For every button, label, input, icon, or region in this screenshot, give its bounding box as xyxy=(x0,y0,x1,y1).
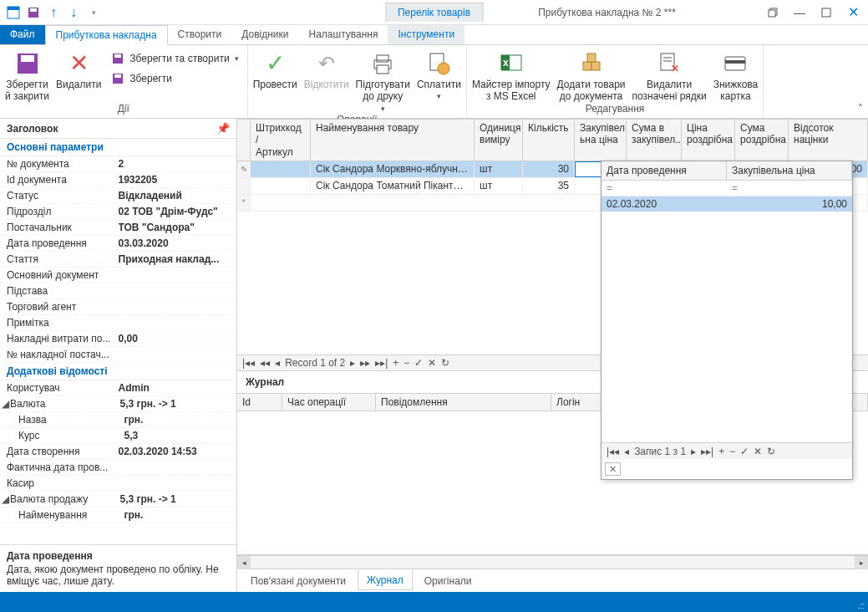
ribbon-collapse-icon[interactable]: ˄ xyxy=(858,103,863,115)
save-close-button[interactable]: Зберегти й закрити xyxy=(5,47,49,103)
nav-refresh-icon[interactable]: ↻ xyxy=(441,357,449,369)
tab-tools[interactable]: Інструменти xyxy=(388,25,464,44)
nav-next-icon[interactable]: ▸ xyxy=(350,357,355,369)
nav-first-icon[interactable]: |◂◂ xyxy=(607,446,619,457)
nav-refresh-icon[interactable]: ↻ xyxy=(767,446,775,457)
nav-next-page-icon[interactable]: ▸▸ xyxy=(360,357,370,369)
col-barcode[interactable]: Штрихкод / Артикул xyxy=(251,120,311,161)
prop-value[interactable]: 0,00 xyxy=(119,333,231,344)
prop-value[interactable] xyxy=(119,349,231,360)
chevron-down-icon[interactable]: ▾ xyxy=(235,54,239,63)
maximize-icon[interactable] xyxy=(815,4,838,21)
prop-value[interactable]: Admin xyxy=(119,382,231,394)
expand-icon[interactable]: ◢ xyxy=(2,398,10,410)
nav-prev-page-icon[interactable]: ◂◂ xyxy=(260,357,270,369)
prop-value[interactable]: 02 ТОВ "Дрім-Фудс" xyxy=(119,206,231,217)
cell-name[interactable]: Сік Сандора Морквяно-яблучний... xyxy=(311,161,475,177)
prop-value[interactable]: 5,3 xyxy=(124,430,231,441)
prop-value[interactable]: 5,3 грн. -> 1 xyxy=(120,493,231,505)
tab-file[interactable]: Файл xyxy=(0,25,45,44)
prop-value[interactable] xyxy=(119,285,231,297)
scroll-right-icon[interactable]: ▸ xyxy=(855,556,868,569)
qat-dropdown-icon[interactable]: ▾ xyxy=(87,6,100,19)
nav-ok-icon[interactable]: ✓ xyxy=(414,357,423,369)
window-restore-icon[interactable] xyxy=(761,4,784,21)
nav-cancel-icon[interactable]: ✕ xyxy=(428,357,436,369)
col-retail-sum[interactable]: Сума роздрібна xyxy=(735,120,789,161)
col-name[interactable]: Найменування товару xyxy=(311,120,475,161)
col-buy-price[interactable]: Закупівел ьна ціна xyxy=(575,120,627,161)
prepare-print-button[interactable]: Підготувати до друку ▾ xyxy=(356,47,410,114)
nav-add-icon[interactable]: + xyxy=(393,357,398,369)
prop-value[interactable]: грн. xyxy=(124,414,231,426)
chevron-down-icon[interactable]: ▾ xyxy=(381,105,385,114)
cell-unit[interactable]: шт xyxy=(475,178,523,194)
expand-icon[interactable]: ◢ xyxy=(2,493,10,505)
nav-cancel-icon[interactable]: ✕ xyxy=(754,446,762,457)
tab-dictionaries[interactable]: Довідники xyxy=(231,25,298,44)
prop-value[interactable] xyxy=(119,317,231,329)
tab-settings[interactable]: Налаштування xyxy=(299,25,388,44)
prop-value[interactable] xyxy=(119,477,231,489)
col-id[interactable]: Id xyxy=(237,394,282,411)
col-buy-sum[interactable]: Сума в закупівел... xyxy=(627,120,682,161)
popup-filter-price[interactable]: = xyxy=(727,181,852,196)
cell-name[interactable]: Сік Сандора Томатний Пікантний... xyxy=(311,178,475,194)
prop-value[interactable]: грн. xyxy=(124,509,231,521)
col-unit[interactable]: Одиниця виміру xyxy=(475,120,523,161)
nav-prev-icon[interactable]: ◂ xyxy=(624,446,629,457)
import-excel-button[interactable]: x Майстер імпорту з MS Excel xyxy=(472,47,551,103)
nav-ok-icon[interactable]: ✓ xyxy=(740,446,749,457)
col-msg[interactable]: Повідомлення xyxy=(376,394,551,411)
prop-value[interactable] xyxy=(119,462,231,473)
prop-value[interactable]: Приходная наклад... xyxy=(119,253,231,265)
add-goods-button[interactable]: Додати товари до документа xyxy=(557,47,626,103)
nav-remove-icon[interactable]: − xyxy=(404,357,409,369)
section-main-params[interactable]: Основні параметри xyxy=(0,139,236,156)
prop-value[interactable]: 02.03.2020 14:53 xyxy=(119,446,231,457)
nav-last-icon[interactable]: ▸▸| xyxy=(701,446,713,457)
save-button[interactable]: Зберегти xyxy=(108,70,241,87)
popup-col-price[interactable]: Закупівельна ціна xyxy=(727,161,852,180)
save-icon[interactable] xyxy=(27,6,40,19)
discount-card-button[interactable]: Знижкова картка xyxy=(713,47,759,103)
col-qty[interactable]: Кількість xyxy=(523,120,575,161)
prop-value[interactable]: 2 xyxy=(119,158,231,170)
nav-last-icon[interactable]: ▸▸| xyxy=(375,357,388,369)
prop-value[interactable] xyxy=(119,301,231,313)
nav-add-icon[interactable]: + xyxy=(718,446,724,457)
scroll-left-icon[interactable]: ◂ xyxy=(237,556,251,569)
pin-icon[interactable]: 📌 xyxy=(216,122,230,135)
tab-create[interactable]: Створити xyxy=(168,25,232,44)
close-icon[interactable]: ✕ xyxy=(841,4,865,21)
minimize-icon[interactable]: — xyxy=(788,4,811,21)
tab-invoice[interactable]: Прибуткова накладна xyxy=(45,25,168,45)
nav-first-icon[interactable]: |◂◂ xyxy=(242,357,255,369)
btab-journal[interactable]: Журнал xyxy=(358,570,413,590)
col-margin[interactable]: Відсоток націнки xyxy=(789,120,868,161)
popup-close-button[interactable]: ✕ xyxy=(605,462,621,476)
popup-filter-date[interactable]: = xyxy=(602,181,727,196)
chevron-down-icon[interactable]: ▾ xyxy=(437,92,441,101)
cell-qty[interactable]: 30 xyxy=(523,161,575,177)
btab-originals[interactable]: Оригінали xyxy=(416,572,480,590)
btab-linked[interactable]: Пов'язані документи xyxy=(242,572,354,590)
prop-value[interactable]: Відкладений xyxy=(119,190,231,201)
delete-rows-button[interactable]: ✕ Видалити позначені рядки xyxy=(632,47,707,103)
popup-row[interactable]: 02.03.2020 10,00 xyxy=(602,196,852,212)
arrow-down-icon[interactable]: ↓ xyxy=(67,6,80,19)
popup-col-date[interactable]: Дата проведення xyxy=(602,161,727,180)
prop-value[interactable]: ТОВ "Сандора" xyxy=(119,222,231,233)
delete-button[interactable]: ✕ Видалити xyxy=(56,47,101,90)
col-retail-price[interactable]: Ціна роздрібна xyxy=(682,120,735,161)
hscrollbar[interactable]: ◂▸ xyxy=(237,555,868,569)
save-create-button[interactable]: Зберегти та створити ▾ xyxy=(108,50,241,67)
pay-button[interactable]: Сплатити ▾ xyxy=(417,47,461,101)
cell-qty[interactable]: 35 xyxy=(523,178,575,194)
prop-value[interactable]: 1932205 xyxy=(119,174,231,186)
col-time[interactable]: Час операції xyxy=(282,394,376,411)
section-extra[interactable]: Додаткові відомості xyxy=(0,363,236,380)
nav-prev-icon[interactable]: ◂ xyxy=(275,357,280,369)
arrow-up-icon[interactable]: ↑ xyxy=(47,6,60,19)
prop-value[interactable]: 03.03.2020 xyxy=(119,237,231,249)
